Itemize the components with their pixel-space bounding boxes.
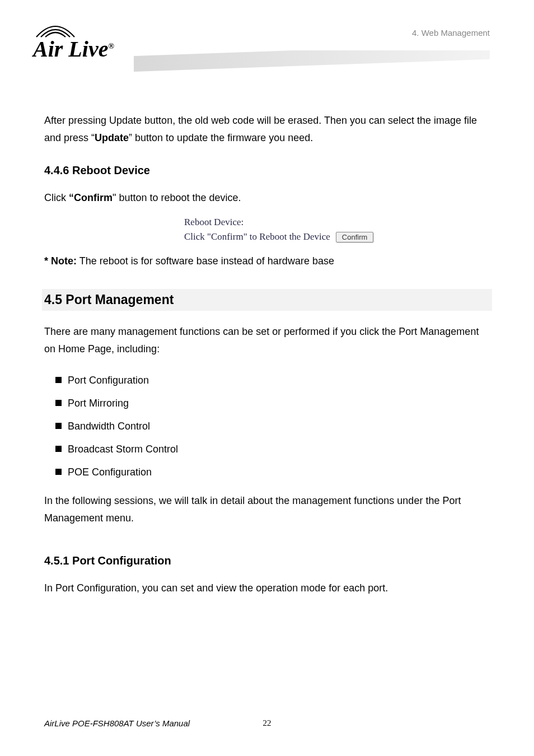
update-keyword: Update	[95, 132, 129, 143]
note-line: * Note: The reboot is for software base …	[44, 253, 490, 270]
port-management-list: Port Configuration Port Mirroring Bandwi…	[44, 373, 490, 480]
intro-text-2: ” button to update the firmware you need…	[129, 132, 313, 143]
confirm-button[interactable]: Confirm	[336, 232, 374, 242]
list-item: Bandwidth Control	[55, 419, 490, 434]
header-divider	[134, 50, 490, 84]
click-text-2: " button to reboot the device.	[113, 192, 241, 203]
list-item: POE Configuration	[55, 465, 490, 480]
page-footer: AirLive POE-FSH808AT User’s Manual 22	[44, 718, 490, 728]
reboot-device-widget: Reboot Device: Click "Confirm" to Reboot…	[44, 217, 490, 243]
reboot-widget-row: Click "Confirm" to Reboot the DeviceConf…	[184, 231, 490, 243]
note-text: The reboot is for software base instead …	[77, 255, 334, 267]
brand-logo: Air Live®	[33, 22, 114, 67]
list-item: Port Configuration	[55, 373, 490, 388]
list-item: Port Mirroring	[55, 396, 490, 411]
footer-manual-title: AirLive POE-FSH808AT User’s Manual	[44, 718, 190, 728]
click-text-1: Click	[44, 192, 69, 203]
footer-page-number: 22	[263, 718, 271, 728]
brand-logo-text: Air Live®	[33, 36, 114, 62]
list-item: Broadcast Storm Control	[55, 442, 490, 457]
section-451-text: In Port Configuration, you can set and v…	[44, 580, 490, 597]
click-confirm-line: Click “Confirm" button to reboot the dev…	[44, 189, 490, 207]
note-label: * Note:	[44, 255, 77, 267]
section-45-intro: There are many management functions can …	[44, 323, 490, 357]
heading-446: 4.4.6 Reboot Device	[44, 164, 490, 177]
intro-paragraph: After pressing Update button, the old we…	[44, 112, 490, 146]
heading-45: 4.5 Port Management	[42, 289, 492, 311]
chapter-reference: 4. Web Management	[412, 28, 490, 38]
confirm-keyword: “Confirm	[69, 192, 113, 203]
reboot-widget-title: Reboot Device:	[184, 217, 490, 228]
section-45-outro: In the following sessions, we will talk …	[44, 492, 490, 526]
reboot-widget-text: Click "Confirm" to Reboot the Device	[184, 231, 330, 242]
page-header: Air Live® 4. Web Management	[44, 22, 490, 84]
heading-451: 4.5.1 Port Configuration	[44, 554, 490, 567]
